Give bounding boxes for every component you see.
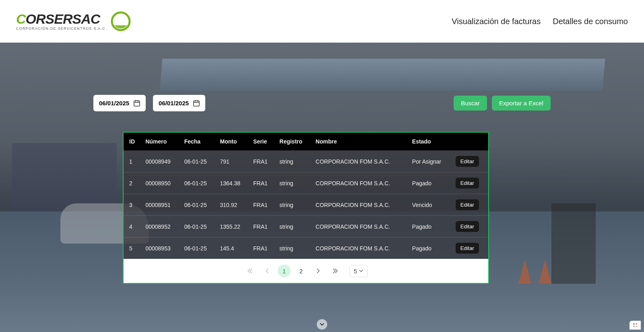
date-to-input[interactable]: 06/01/2025 (153, 95, 205, 111)
table-row: 50000895306-01-25145.4FRA1stringCORPORAC… (124, 238, 488, 259)
cell-id: 2 (124, 172, 141, 194)
cell-id: 1 (124, 151, 141, 172)
table-row: 20000895006-01-251364.38FRA1stringCORPOR… (124, 172, 488, 194)
page-last-icon[interactable] (328, 264, 341, 277)
cell-monto: 1364.38 (216, 172, 250, 194)
cell-monto: 145.4 (216, 238, 250, 259)
cell-registro: string (275, 194, 312, 216)
cell-numero: 00008950 (141, 172, 180, 194)
edit-button[interactable]: Editar (456, 243, 479, 254)
cell-fecha: 06-01-25 (180, 172, 216, 194)
logo[interactable]: CORSERSAC CORPORACIÓN DE SERVICENTROS S.… (16, 11, 131, 32)
logo-tagline: CORPORACIÓN DE SERVICENTROS S.A.C. (16, 27, 107, 31)
hero-section: 06/01/2025 06/01/2025 Buscar Exportar a … (0, 43, 644, 332)
svg-rect-5 (194, 101, 199, 106)
date-from-value: 06/01/2025 (99, 100, 129, 107)
scroll-down-icon[interactable] (317, 319, 327, 330)
col-id: ID (124, 133, 141, 151)
top-nav: Visualización de facturas Detalles de co… (452, 17, 628, 26)
export-excel-button[interactable]: Exportar a Excel (492, 96, 551, 111)
table-row: 40000895206-01-251355.22FRA1stringCORPOR… (124, 216, 488, 238)
cell-fecha: 06-01-25 (180, 194, 216, 216)
cell-actions: Editar (452, 194, 488, 216)
cell-numero: 00008953 (141, 238, 180, 259)
nav-consumption[interactable]: Detalles de consumo (553, 17, 628, 26)
date-to-value: 06/01/2025 (159, 100, 189, 107)
cell-estado: Pagado (408, 172, 452, 194)
edit-button[interactable]: Editar (456, 156, 479, 167)
cell-id: 4 (124, 216, 141, 238)
col-registro: Registro (275, 133, 312, 151)
cell-serie: FRA1 (249, 172, 275, 194)
pagination: 1 2 5 (124, 259, 488, 283)
svg-rect-1 (134, 101, 140, 106)
page-size-select[interactable]: 5 (349, 265, 368, 277)
bg-cone (539, 260, 551, 284)
invoice-table-container: ID Número Fecha Monto Serie Registro Nom… (123, 132, 489, 284)
cell-serie: FRA1 (249, 238, 275, 259)
cell-registro: string (275, 172, 312, 194)
col-nombre: Nombre (312, 133, 408, 151)
table-row: 10000894906-01-25791FRA1stringCORPORACIO… (124, 151, 488, 172)
svg-point-10 (636, 323, 637, 325)
logo-letter-o: O (26, 11, 36, 27)
cell-nombre: CORPORACION FOM S.A.C. (312, 216, 408, 238)
calendar-icon (193, 100, 200, 107)
cell-monto: 791 (216, 151, 250, 172)
logo-circle-icon (110, 11, 131, 32)
page-size-value: 5 (354, 268, 357, 275)
date-from-input[interactable]: 06/01/2025 (93, 95, 146, 111)
cell-id: 3 (124, 194, 141, 216)
cell-nombre: CORPORACION FOM S.A.C. (312, 172, 408, 194)
cell-nombre: CORPORACION FOM S.A.C. (312, 238, 408, 259)
chevron-down-icon (359, 268, 363, 273)
cell-numero: 00008952 (141, 216, 180, 238)
svg-point-11 (633, 326, 635, 327)
cell-nombre: CORPORACION FOM S.A.C. (312, 151, 408, 172)
header: CORSERSAC CORPORACIÓN DE SERVICENTROS S.… (0, 0, 644, 43)
cell-registro: string (275, 238, 312, 259)
cell-monto: 310.92 (216, 194, 250, 216)
cell-numero: 00008951 (141, 194, 180, 216)
cell-serie: FRA1 (249, 216, 275, 238)
table-row: 30000895106-01-25310.92FRA1stringCORPORA… (124, 194, 488, 216)
corner-widget-icon[interactable] (630, 321, 641, 330)
bg-pump (551, 203, 596, 284)
cell-estado: Pagado (408, 238, 452, 259)
invoice-table: ID Número Fecha Monto Serie Registro Nom… (124, 133, 488, 259)
col-monto: Monto (216, 133, 250, 151)
cell-serie: FRA1 (249, 194, 275, 216)
page-prev-icon[interactable] (261, 264, 274, 277)
edit-button[interactable]: Editar (456, 178, 479, 189)
page-1[interactable]: 1 (278, 264, 291, 277)
cell-actions: Editar (452, 216, 488, 238)
cell-actions: Editar (452, 151, 488, 172)
cell-estado: Pagado (408, 216, 452, 238)
col-serie: Serie (249, 133, 275, 151)
cell-id: 5 (124, 238, 141, 259)
col-estado: Estado (408, 133, 452, 151)
search-button[interactable]: Buscar (454, 96, 487, 111)
edit-button[interactable]: Editar (456, 199, 479, 210)
cell-estado: Por Asignar (408, 151, 452, 172)
col-actions (452, 133, 488, 151)
page-first-icon[interactable] (244, 264, 257, 277)
page-next-icon[interactable] (312, 264, 324, 277)
cell-actions: Editar (452, 238, 488, 259)
nav-invoices[interactable]: Visualización de facturas (452, 17, 541, 26)
page-2[interactable]: 2 (295, 264, 308, 277)
col-numero: Número (141, 133, 180, 151)
cell-fecha: 06-01-25 (180, 151, 216, 172)
col-fecha: Fecha (180, 133, 216, 151)
cell-estado: Vencido (408, 194, 452, 216)
cell-nombre: CORPORACION FOM S.A.C. (312, 194, 408, 216)
cell-registro: string (275, 216, 312, 238)
cell-registro: string (275, 151, 312, 172)
bg-cone (518, 260, 531, 284)
cell-actions: Editar (452, 172, 488, 194)
cell-monto: 1355.22 (216, 216, 250, 238)
calendar-icon (134, 100, 140, 107)
svg-point-9 (633, 323, 635, 325)
edit-button[interactable]: Editar (456, 221, 479, 232)
cell-numero: 00008949 (141, 151, 180, 172)
